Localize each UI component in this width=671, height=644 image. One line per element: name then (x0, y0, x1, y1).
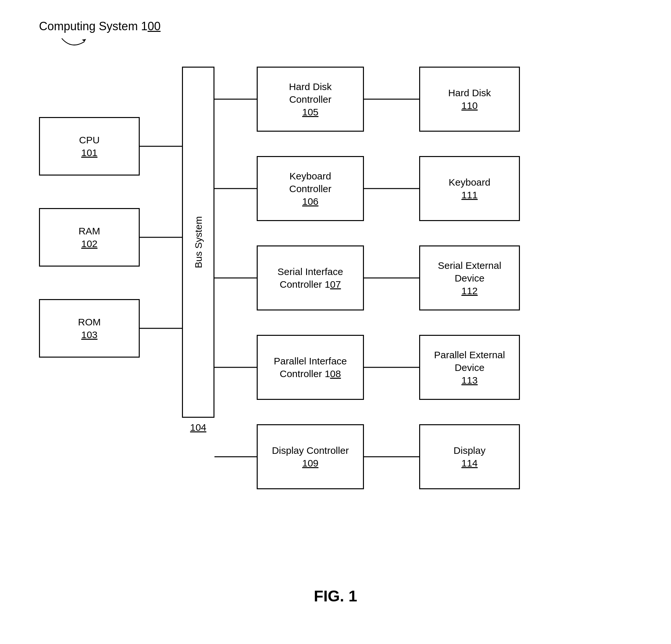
disp-ref: 114 (461, 457, 478, 469)
hd-box: Hard Disk 110 (419, 67, 520, 132)
kbc-ref: 106 (302, 195, 318, 208)
system-title: Computing System 100 (39, 20, 161, 33)
arrow-annotation (59, 35, 98, 54)
kbc-label: KeyboardController (289, 170, 331, 195)
ram-label: RAM (79, 225, 100, 237)
kb-label: Keyboard (449, 176, 490, 188)
hd-ref: 110 (461, 99, 478, 112)
ped-label: Parallel ExternalDevice (434, 348, 505, 374)
bus-ref: 104 (190, 422, 206, 433)
ram-ref: 102 (81, 237, 98, 250)
hd-label: Hard Disk (448, 86, 491, 99)
svg-marker-0 (82, 39, 86, 41)
kbc-box: KeyboardController 106 (257, 156, 364, 221)
cpu-box: CPU 101 (39, 117, 140, 175)
diagram-container: Computing System 100 (20, 20, 653, 572)
hdc-box: Hard DiskController 105 (257, 67, 364, 132)
display-box: Display 114 (419, 424, 520, 489)
ram-box: RAM 102 (39, 208, 140, 267)
hdc-label: Hard DiskController (289, 80, 332, 106)
dc-box: Display Controller 109 (257, 424, 364, 489)
pic-label: Parallel InterfaceController 108 (274, 355, 347, 380)
dc-ref: 109 (302, 457, 318, 469)
cpu-ref: 101 (81, 146, 98, 159)
sed-label: Serial ExternalDevice (438, 259, 501, 284)
ped-ref: 113 (461, 374, 478, 386)
rom-ref: 103 (81, 329, 98, 341)
system-ref: 00 (148, 20, 161, 33)
hdc-ref: 105 (302, 106, 318, 118)
sed-box: Serial ExternalDevice 112 (419, 246, 520, 310)
sed-ref: 112 (461, 284, 478, 297)
ped-box: Parallel ExternalDevice 113 (419, 335, 520, 400)
sic-label: Serial InterfaceController 107 (278, 265, 343, 290)
figure-label: FIG. 1 (314, 587, 357, 605)
disp-label: Display (454, 444, 485, 457)
kb-box: Keyboard 111 (419, 156, 520, 221)
dc-label: Display Controller (272, 444, 349, 457)
kb-ref: 111 (461, 188, 478, 201)
sic-box: Serial InterfaceController 107 (257, 246, 364, 310)
rom-label: ROM (78, 315, 101, 329)
cpu-label: CPU (79, 134, 99, 146)
pic-box: Parallel InterfaceController 108 (257, 335, 364, 400)
bus-label: Bus System (192, 216, 205, 268)
rom-box: ROM 103 (39, 299, 140, 358)
bus-system-bar: Bus System 104 (182, 67, 214, 418)
